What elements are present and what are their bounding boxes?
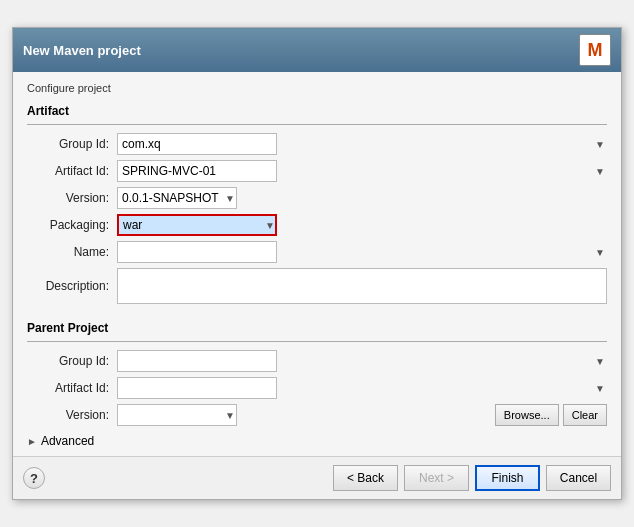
artifact-id-row: Artifact Id: ▼ [27,160,607,182]
name-input[interactable] [117,241,277,263]
group-id-input[interactable] [117,133,277,155]
parent-version-label: Version: [27,408,117,422]
new-maven-project-dialog: New Maven project M Configure project Ar… [12,27,622,500]
packaging-label: Packaging: [27,218,117,232]
advanced-row[interactable]: ► Advanced [27,434,607,448]
parent-artifact-id-wrapper: ▼ [117,377,607,399]
title-bar: New Maven project M [13,28,621,72]
parent-artifact-id-label: Artifact Id: [27,381,117,395]
artifact-id-label: Artifact Id: [27,164,117,178]
parent-section-label: Parent Project [27,321,607,335]
dialog-footer: ? < Back Next > Finish Cancel [13,456,621,499]
dialog-subtitle: Configure project [27,82,607,94]
advanced-label: Advanced [41,434,94,448]
artifact-id-select-wrapper: ▼ [117,160,607,182]
group-id-label: Group Id: [27,137,117,151]
packaging-row: Packaging: jar war ear pom ▼ [27,214,607,236]
parent-group-id-wrapper: ▼ [117,350,607,372]
parent-artifact-id-input[interactable] [117,377,277,399]
maven-icon: M [579,34,611,66]
parent-version-select[interactable] [117,404,237,426]
back-button[interactable]: < Back [333,465,398,491]
name-input-wrapper: ▼ [117,241,607,263]
name-label: Name: [27,245,117,259]
version-select[interactable]: 0.0.1-SNAPSHOT 1.0.0 1.0.1-SNAPSHOT [117,187,237,209]
parent-version-row: Version: ▼ Browse... Clear [27,404,607,426]
parent-group-id-row: Group Id: ▼ [27,350,607,372]
version-label: Version: [27,191,117,205]
advanced-arrow-icon: ► [27,436,37,447]
version-row: Version: 0.0.1-SNAPSHOT 1.0.0 1.0.1-SNAP… [27,187,607,209]
name-dropdown-arrow[interactable]: ▼ [595,247,605,258]
help-button[interactable]: ? [23,467,45,489]
packaging-select-wrapper: jar war ear pom ▼ [117,214,277,236]
parent-group-id-arrow[interactable]: ▼ [595,356,605,367]
group-id-row: Group Id: ▼ [27,133,607,155]
parent-artifact-id-row: Artifact Id: ▼ [27,377,607,399]
name-row: Name: ▼ [27,241,607,263]
next-button[interactable]: Next > [404,465,469,491]
finish-button[interactable]: Finish [475,465,540,491]
artifact-id-dropdown-arrow[interactable]: ▼ [595,166,605,177]
footer-buttons: < Back Next > Finish Cancel [333,465,611,491]
parent-version-select-wrapper: ▼ [117,404,237,426]
dialog-title: New Maven project [23,43,141,58]
description-input[interactable] [117,268,607,304]
group-id-select-wrapper: ▼ [117,133,607,155]
description-label: Description: [27,279,117,293]
parent-artifact-id-arrow[interactable]: ▼ [595,383,605,394]
version-select-wrapper: 0.0.1-SNAPSHOT 1.0.0 1.0.1-SNAPSHOT ▼ [117,187,237,209]
dialog-body: Configure project Artifact Group Id: ▼ A… [13,72,621,456]
description-row: Description: [27,268,607,304]
packaging-select[interactable]: jar war ear pom [117,214,277,236]
footer-left: ? [23,467,45,489]
artifact-id-input[interactable] [117,160,277,182]
parent-group-id-input[interactable] [117,350,277,372]
artifact-section-label: Artifact [27,104,607,118]
cancel-button[interactable]: Cancel [546,465,611,491]
parent-divider [27,341,607,342]
parent-group-id-label: Group Id: [27,354,117,368]
browse-button[interactable]: Browse... [495,404,559,426]
clear-button[interactable]: Clear [563,404,607,426]
group-id-dropdown-arrow[interactable]: ▼ [595,139,605,150]
artifact-divider [27,124,607,125]
